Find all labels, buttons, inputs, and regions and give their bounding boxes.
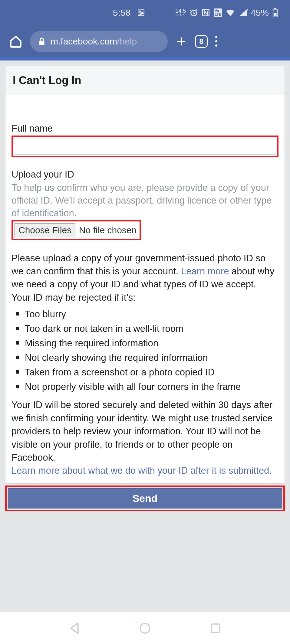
lock-icon xyxy=(38,38,45,45)
tab-switcher[interactable]: 8 xyxy=(195,35,208,48)
recent-icon[interactable] xyxy=(210,623,221,634)
upload-helper: To help us confirm who you are, please p… xyxy=(12,181,278,220)
url-bar[interactable]: m.facebook.com/help xyxy=(30,31,168,52)
network-speed: 14.5 KB/S xyxy=(175,8,186,17)
status-time: 5:58 xyxy=(113,8,130,18)
browser-chrome: m.facebook.com/help 8 xyxy=(0,25,290,57)
list-item: Not clearly showing the required informa… xyxy=(15,351,278,365)
help-card: I Can't Log In Full name Upload your ID … xyxy=(5,66,285,484)
url-text: m.facebook.com/help xyxy=(51,36,137,47)
home-nav-icon[interactable] xyxy=(139,622,151,634)
svg-point-1 xyxy=(140,11,141,12)
menu-icon[interactable] xyxy=(215,36,217,47)
divider-strip xyxy=(0,57,290,60)
back-icon[interactable] xyxy=(69,622,80,634)
learn-more-link-1[interactable]: Learn more xyxy=(181,266,229,276)
file-chosen-text: No file chosen xyxy=(79,225,137,235)
learn-more-link-2[interactable]: Learn more about what we do with your ID… xyxy=(12,464,278,477)
system-nav-bar xyxy=(0,612,290,644)
home-icon[interactable] xyxy=(9,35,22,48)
svg-rect-6 xyxy=(274,13,276,16)
svg-point-8 xyxy=(140,623,150,633)
battery-percent: 45% xyxy=(251,8,269,18)
svg-rect-7 xyxy=(39,41,44,45)
list-item: Too dark or not taken in a well-lit room xyxy=(15,322,278,336)
volte-icon: VoLTE xyxy=(214,8,222,17)
list-item: Not properly visible with all four corne… xyxy=(15,380,278,394)
list-item: Taken from a screenshot or a photo copie… xyxy=(15,365,278,380)
info-paragraph-1: Please upload a copy of your government-… xyxy=(12,252,278,291)
wifi-icon xyxy=(226,9,235,16)
battery-icon xyxy=(272,8,278,17)
fullname-label: Full name xyxy=(12,123,278,134)
status-bar: 5:58 14.5 KB/S VoLTE x 45% xyxy=(0,0,290,25)
reject-intro: Your ID may be rejected if it's: xyxy=(12,291,278,304)
page-title: I Can't Log In xyxy=(5,66,285,95)
screenshot-icon xyxy=(137,9,145,17)
storage-paragraph: Your ID will be stored securely and dele… xyxy=(12,398,278,464)
alarm-icon xyxy=(189,8,198,17)
rejection-list: Too blurry Too dark or not taken in a we… xyxy=(12,304,278,398)
signal-icon: x xyxy=(239,9,247,16)
file-picker-highlight: Choose Files No file chosen xyxy=(12,220,141,240)
list-item: Missing the required information xyxy=(15,336,278,351)
choose-files-button[interactable]: Choose Files xyxy=(15,223,75,237)
send-button[interactable]: Send xyxy=(8,488,282,508)
svg-rect-9 xyxy=(211,624,220,633)
new-tab-icon[interactable] xyxy=(175,35,187,47)
list-item: Too blurry xyxy=(15,307,278,322)
fullname-input[interactable] xyxy=(14,138,276,155)
upload-label: Upload your ID xyxy=(12,169,278,180)
nfc-icon xyxy=(202,8,210,17)
